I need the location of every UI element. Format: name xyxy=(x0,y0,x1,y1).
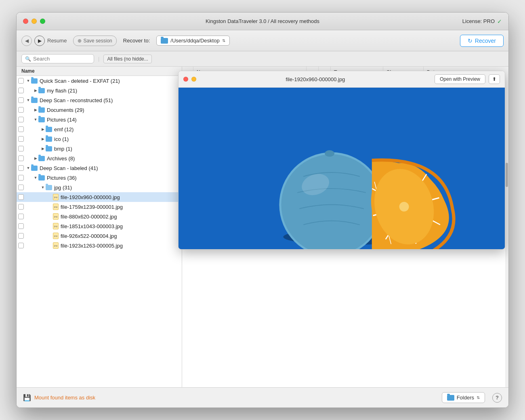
disclosure-pictures[interactable] xyxy=(33,117,38,122)
tree-item-deep-scan-lab[interactable]: Deep Scan - labeled (41) xyxy=(17,163,182,173)
main-content: Name Quick Scan - deleted - EXFAT (21) xyxy=(17,67,508,387)
disclosure-my-flash[interactable] xyxy=(33,88,38,93)
preview-close-button[interactable] xyxy=(183,77,188,82)
folder-icon-ico xyxy=(46,136,52,142)
disclosure-emf[interactable] xyxy=(40,126,46,132)
search-input[interactable] xyxy=(33,56,86,62)
main-window: Kingston DataTraveler 3.0 / All recovery… xyxy=(16,12,509,408)
checkbox-file-000002[interactable] xyxy=(18,214,24,219)
name-column-header: Name xyxy=(17,67,182,76)
checkbox-my-flash[interactable] xyxy=(18,88,24,93)
checkbox-ico[interactable] xyxy=(18,136,24,142)
checkbox-quick-scan[interactable] xyxy=(18,78,24,84)
folder-icon-emf xyxy=(46,127,52,132)
resume-label[interactable]: Resume xyxy=(47,38,67,44)
scrollbar-track[interactable] xyxy=(505,67,508,387)
close-button[interactable] xyxy=(23,19,28,24)
back-button[interactable]: ◀ xyxy=(21,36,32,46)
checkbox-emf[interactable] xyxy=(18,126,24,132)
tree-item-documents[interactable]: Documents (29) xyxy=(17,105,182,115)
tree-item-archives[interactable]: Archives (8) xyxy=(17,153,182,163)
tree-item-quick-scan[interactable]: Quick Scan - deleted - EXFAT (21) xyxy=(17,76,182,86)
scrollbar-thumb[interactable] xyxy=(506,163,508,187)
checkbox-file-000000[interactable] xyxy=(18,194,24,200)
forward-button[interactable]: ▶ xyxy=(34,36,45,46)
nav-controls: ◀ ▶ Resume xyxy=(21,36,67,46)
filter-badge[interactable]: All files (no hidde... xyxy=(103,55,151,63)
minimize-button[interactable] xyxy=(32,19,37,24)
checkbox-deep-scan-lab[interactable] xyxy=(18,165,24,171)
checkbox-jpg[interactable] xyxy=(18,185,24,190)
disclosure-ico[interactable] xyxy=(40,136,46,142)
disclosure-bmp[interactable] xyxy=(40,146,46,151)
tree-scroll[interactable]: Quick Scan - deleted - EXFAT (21) my fla… xyxy=(17,76,182,387)
folders-dropdown[interactable]: Folders ⇅ xyxy=(442,392,485,403)
folders-dropdown-icon xyxy=(447,395,454,401)
disclosure-documents[interactable] xyxy=(33,107,38,113)
file-tree-panel: Name Quick Scan - deleted - EXFAT (21) xyxy=(17,67,182,387)
folder-icon-documents xyxy=(38,107,45,113)
preview-minimize-button[interactable] xyxy=(191,77,196,82)
maximize-button[interactable] xyxy=(40,19,45,24)
tree-item-pictures2[interactable]: Pictures (36) xyxy=(17,173,182,183)
open-with-preview-button[interactable]: Open with Preview xyxy=(435,74,485,84)
tree-item-emf[interactable]: emf (12) xyxy=(17,124,182,134)
help-button[interactable]: ? xyxy=(492,393,502,403)
dropdown-arrow-icon: ⇅ xyxy=(222,38,225,43)
folder-icon-jpg xyxy=(46,185,52,190)
disclosure-jpg[interactable] xyxy=(40,185,46,190)
preview-overlay: file-1920x960-000000.jpg Open with Previ… xyxy=(178,71,505,250)
folder-icon-deep-scan-rec xyxy=(31,98,38,103)
toolbar: ◀ ▶ Resume ⊕ Save session Recover to: /U… xyxy=(17,30,508,51)
recover-button[interactable]: ↻ Recover xyxy=(460,35,504,47)
share-button[interactable]: ⬆ xyxy=(489,74,500,84)
file-icon-000004: jpg xyxy=(53,233,59,239)
tree-item-bmp[interactable]: bmp (1) xyxy=(17,144,182,153)
mount-button[interactable]: 💾 Mount found items as disk xyxy=(23,394,95,401)
folder-icon-bmp xyxy=(46,146,52,151)
folder-icon-my-flash xyxy=(38,88,45,93)
checkbox-pictures[interactable] xyxy=(18,117,24,122)
checkbox-documents[interactable] xyxy=(18,107,24,113)
recover-to-dropdown[interactable]: /Users/ddqa/Desktop ⇅ xyxy=(156,36,229,46)
tree-item-file-000003[interactable]: jpg file-1851x1043-000003.jpg xyxy=(17,221,182,231)
traffic-lights xyxy=(23,19,45,24)
checkbox-archives[interactable] xyxy=(18,155,24,161)
folders-dropdown-arrow-icon: ⇅ xyxy=(477,395,480,400)
tree-item-pictures[interactable]: Pictures (14) xyxy=(17,115,182,124)
checkbox-bmp[interactable] xyxy=(18,146,24,151)
folder-icon xyxy=(161,38,168,44)
checkbox-file-000004[interactable] xyxy=(18,233,24,239)
preview-titlebar: file-1920x960-000000.jpg Open with Previ… xyxy=(178,71,505,88)
checkbox-deep-scan-rec[interactable] xyxy=(18,97,24,103)
search-field-wrap: 🔍 xyxy=(21,54,94,63)
checkbox-file-000005[interactable] xyxy=(18,243,24,248)
tree-item-file-000001[interactable]: jpg file-1759x1239-000001.jpg xyxy=(17,202,182,212)
file-icon-000001: jpg xyxy=(53,204,59,210)
checkbox-file-000003[interactable] xyxy=(18,223,24,229)
file-icon-000000: jpg xyxy=(53,194,59,200)
file-icon-000005: jpg xyxy=(53,242,59,249)
checkbox-pictures2[interactable] xyxy=(18,175,24,181)
folder-icon-pictures2 xyxy=(38,175,45,181)
recover-icon: ↻ xyxy=(468,38,472,44)
tree-item-ico[interactable]: ico (1) xyxy=(17,134,182,144)
tree-item-file-000002[interactable]: jpg file-880x620-000002.jpg xyxy=(17,212,182,221)
save-session-button[interactable]: ⊕ Save session xyxy=(73,36,116,46)
tree-item-my-flash[interactable]: my flash (21) xyxy=(17,86,182,95)
tree-item-file-000004[interactable]: jpg file-926x522-000004.jpg xyxy=(17,231,182,241)
disclosure-deep-scan-lab[interactable] xyxy=(25,165,31,171)
tree-item-deep-scan-rec[interactable]: Deep Scan - reconstructed (51) xyxy=(17,95,182,105)
tree-item-jpg[interactable]: jpg (31) xyxy=(17,183,182,192)
tree-item-file-000000[interactable]: jpg file-1920x960-000000.jpg xyxy=(17,192,182,202)
license-info: License: PRO ✓ xyxy=(462,18,502,25)
preview-image-area xyxy=(178,88,505,249)
disclosure-pictures2[interactable] xyxy=(33,175,38,181)
tree-item-file-000005[interactable]: jpg file-1923x1263-000005.jpg xyxy=(17,241,182,250)
window-title: Kingston DataTraveler 3.0 / All recovery… xyxy=(206,18,319,24)
folder-icon-pictures xyxy=(38,117,45,122)
disclosure-quick-scan[interactable] xyxy=(25,78,31,84)
disclosure-deep-scan-rec[interactable] xyxy=(25,97,31,103)
checkbox-file-000001[interactable] xyxy=(18,204,24,210)
disclosure-archives[interactable] xyxy=(33,155,38,161)
